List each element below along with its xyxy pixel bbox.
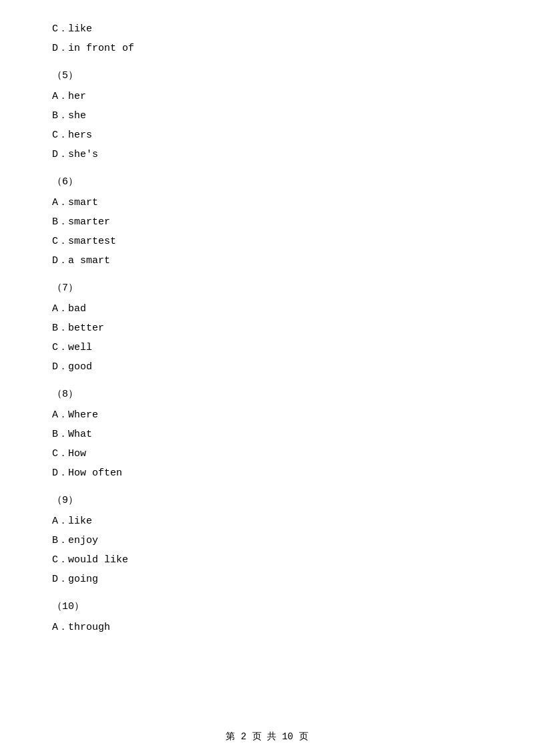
question-number: （10） [52, 598, 482, 616]
question-number: （7） [52, 279, 482, 297]
answer-option: C．smartest [52, 232, 482, 250]
answer-option: D．a smart [52, 252, 482, 270]
question-number: （6） [52, 173, 482, 191]
answer-option: B．better [52, 319, 482, 337]
answer-option: B．What [52, 425, 482, 443]
answer-option: A．through [52, 618, 482, 636]
answer-option: A．her [52, 87, 482, 106]
answer-option: C．How [52, 445, 482, 463]
answer-option: C．would like [52, 551, 482, 569]
main-content: C．likeD．in front of（5）A．herB．sheC．hersD．… [0, 0, 534, 678]
answer-option: C．hers [52, 126, 482, 144]
answer-option: C．well [52, 339, 482, 357]
question-number: （8） [52, 385, 482, 403]
answer-option: B．smarter [52, 213, 482, 231]
answer-option: A．smart [52, 194, 482, 212]
answer-option: A．like [52, 512, 482, 530]
answer-option: A．bad [52, 300, 482, 318]
answer-option: D．in front of [52, 39, 482, 57]
answer-option: D．good [52, 358, 482, 376]
page-footer: 第 2 页 共 10 页 [0, 731, 534, 743]
question-number: （9） [52, 492, 482, 510]
answer-option: B．enjoy [52, 532, 482, 550]
question-number: （5） [52, 67, 482, 85]
answer-option: C．like [52, 20, 482, 38]
answer-option: D．she's [52, 146, 482, 164]
answer-option: A．Where [52, 406, 482, 424]
answer-option: D．going [52, 570, 482, 588]
answer-option: D．How often [52, 464, 482, 482]
answer-option: B．she [52, 107, 482, 125]
